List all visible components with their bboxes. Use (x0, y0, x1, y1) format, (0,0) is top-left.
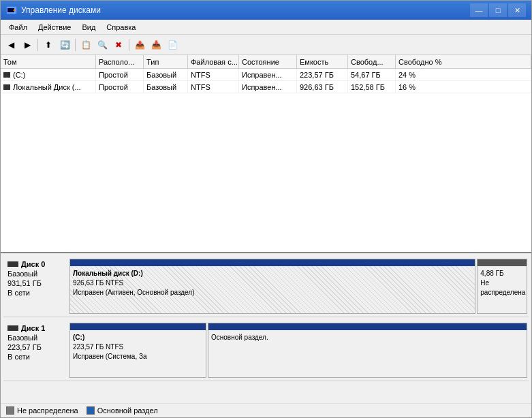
disk1-title: Диск 1 (21, 324, 45, 332)
disk1-bar-icon (7, 325, 18, 331)
part-c-state: Исправен (Система, За (73, 352, 203, 361)
disk-label-1: Диск 1 Базовый 223,57 ГБ В сети (3, 320, 68, 381)
disk0-status: В сети (7, 289, 64, 297)
delete-button[interactable]: ✖ (111, 37, 126, 52)
col-header-type[interactable]: Тип (144, 55, 188, 68)
disk-icon-0 (3, 72, 10, 78)
menu-action[interactable]: Действие (33, 22, 76, 33)
cell-free-0: 54,67 ГБ (348, 69, 396, 80)
disk1-type: Базовый (7, 334, 64, 342)
part-c-size: 223,57 ГБ NTFS (73, 342, 203, 352)
cell-free-1: 152,58 ГБ (348, 81, 396, 93)
window-title: Управление дисками (21, 5, 470, 15)
disk0-title: Диск 0 (21, 260, 45, 268)
menu-file[interactable]: Файл (3, 22, 33, 33)
menu-bar: Файл Действие Вид Справка (1, 20, 531, 35)
table-header: Том Располо... Тип Файловая с... Состоян… (1, 55, 531, 69)
cell-freepct-1: 16 % (396, 81, 531, 93)
close-button[interactable]: ✕ (508, 3, 526, 17)
disk0-partition-unalloc[interactable]: 4,88 ГБ Не распределена (477, 259, 527, 314)
import-button[interactable]: 📥 (148, 37, 163, 52)
table-body: (C:) Простой Базовый NTFS Исправен... 22… (1, 69, 531, 252)
col-header-tom[interactable]: Том (1, 55, 96, 68)
part-main-state: Основной раздел. (211, 333, 524, 342)
up-button[interactable]: ⬆ (41, 37, 56, 52)
col-header-freepct[interactable]: Свободно % (396, 55, 531, 68)
window-controls: — □ ✕ (470, 3, 526, 17)
cell-loc-0: Простой (96, 69, 144, 80)
forward-button[interactable]: ▶ (20, 37, 35, 52)
disk1-partition-main[interactable]: Основной раздел. (208, 323, 527, 378)
toolbar: ◀ ▶ ⬆ 🔄 📋 🔍 ✖ 📤 📥 📄 (1, 35, 531, 55)
legend-main: Основной раздел (87, 406, 158, 415)
toolbar-sep-1 (37, 39, 38, 51)
part-d-state: Исправен (Активен, Основной раздел) (73, 288, 472, 298)
legend-unalloc: Не распределена (6, 406, 78, 415)
disk-row-1: Диск 1 Базовый 223,57 ГБ В сети (C:) 223… (3, 320, 529, 381)
help-button[interactable]: 🔍 (95, 37, 110, 52)
disk1-part-main-body: Основной раздел. (208, 330, 527, 377)
col-header-state[interactable]: Состояние (239, 55, 297, 68)
part-d-size: 926,63 ГБ NTFS (73, 278, 472, 288)
cell-fs-1: NTFS (188, 81, 239, 93)
disk-view: Диск 0 Базовый 931,51 ГБ В сети Локальны… (1, 253, 531, 403)
disk1-status: В сети (7, 353, 64, 361)
cell-type-0: Базовый (144, 69, 188, 80)
disk1-part-c-header (70, 323, 206, 330)
legend-unalloc-box (6, 406, 14, 415)
minimize-button[interactable]: — (470, 3, 488, 17)
disk1-part-c-body: (C:) 223,57 ГБ NTFS Исправен (Система, З… (70, 330, 206, 377)
app-icon (6, 5, 17, 16)
cell-tom-0: (C:) (1, 69, 96, 80)
unalloc-size: 4,88 ГБ (480, 269, 524, 278)
properties-button[interactable]: 📋 (78, 37, 93, 52)
col-header-fs[interactable]: Файловая с... (188, 55, 239, 68)
disk0-bar: Локальный диск (D:) 926,63 ГБ NTFS Испра… (68, 256, 529, 317)
cell-fs-0: NTFS (188, 69, 239, 80)
cell-cap-0: 223,57 ГБ (297, 69, 348, 80)
cell-state-0: Исправен... (239, 69, 297, 80)
table-row[interactable]: (C:) Простой Базовый NTFS Исправен... 22… (1, 69, 531, 81)
disk0-size: 931,51 ГБ (7, 279, 64, 287)
title-bar: Управление дисками — □ ✕ (1, 1, 531, 20)
disk1-part-main-header (208, 323, 527, 330)
legend-main-label: Основной раздел (97, 406, 158, 415)
main-window: Управление дисками — □ ✕ Файл Действие В… (0, 0, 532, 418)
cell-cap-1: 926,63 ГБ (297, 81, 348, 93)
toolbar-sep-2 (75, 39, 76, 51)
svg-point-2 (14, 10, 16, 12)
cell-tom-1: Локальный Диск (... (1, 81, 96, 93)
legend: Не распределена Основной раздел (1, 403, 531, 417)
legend-main-box (87, 406, 95, 415)
maximize-button[interactable]: □ (489, 3, 507, 17)
col-header-location[interactable]: Располо... (96, 55, 144, 68)
cell-freepct-0: 24 % (396, 69, 531, 80)
doc-button[interactable]: 📄 (165, 37, 180, 52)
back-button[interactable]: ◀ (3, 37, 18, 52)
disk0-partition-d[interactable]: Локальный диск (D:) 926,63 ГБ NTFS Испра… (69, 259, 475, 314)
cell-loc-1: Простой (96, 81, 144, 93)
disk0-unalloc-body: 4,88 ГБ Не распределена (478, 266, 527, 313)
menu-help[interactable]: Справка (101, 22, 141, 33)
disk1-bar: (C:) 223,57 ГБ NTFS Исправен (Система, З… (68, 320, 529, 381)
col-header-free[interactable]: Свобод... (348, 55, 396, 68)
refresh-button[interactable]: 🔄 (57, 37, 72, 52)
disk-icon-1 (3, 84, 10, 90)
cell-type-1: Базовый (144, 81, 188, 93)
toolbar-sep-3 (129, 39, 129, 51)
cell-state-1: Исправен... (239, 81, 297, 93)
col-header-capacity[interactable]: Емкость (297, 55, 348, 68)
export-button[interactable]: 📤 (132, 37, 147, 52)
table-row[interactable]: Локальный Диск (... Простой Базовый NTFS… (1, 81, 531, 93)
part-c-name: (C:) (73, 333, 203, 342)
disk0-part-d-body: Локальный диск (D:) 926,63 ГБ NTFS Испра… (70, 266, 475, 313)
disk1-size: 223,57 ГБ (7, 343, 64, 351)
disk-bar-icon (7, 261, 18, 267)
legend-unalloc-label: Не распределена (17, 406, 78, 415)
disk-row-0: Диск 0 Базовый 931,51 ГБ В сети Локальны… (3, 256, 529, 317)
disk1-partition-c[interactable]: (C:) 223,57 ГБ NTFS Исправен (Система, З… (69, 323, 206, 378)
part-d-name: Локальный диск (D:) (73, 269, 472, 278)
disk0-type: Базовый (7, 270, 64, 278)
disk-label-0: Диск 0 Базовый 931,51 ГБ В сети (3, 256, 68, 317)
menu-view[interactable]: Вид (76, 22, 101, 33)
